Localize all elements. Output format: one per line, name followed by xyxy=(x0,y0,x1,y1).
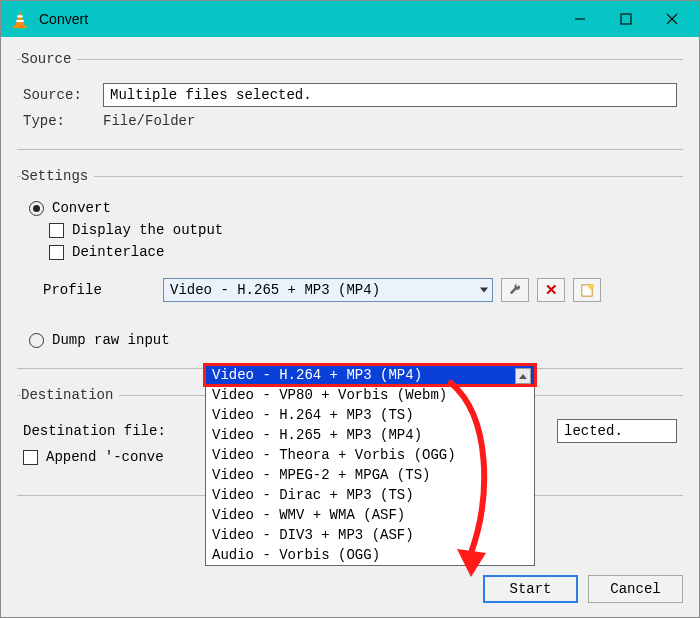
destination-file-input[interactable] xyxy=(557,419,677,443)
chevron-down-icon xyxy=(480,288,488,293)
source-input[interactable] xyxy=(103,83,677,107)
profile-selected-value: Video - H.265 + MP3 (MP4) xyxy=(170,282,380,298)
svg-rect-3 xyxy=(14,25,27,28)
dropdown-item[interactable]: Video - DIV3 + MP3 (ASF) xyxy=(206,525,534,545)
convert-radio-label: Convert xyxy=(52,200,111,216)
type-label: Type: xyxy=(23,113,103,129)
checkbox-unchecked-icon xyxy=(49,245,64,260)
settings-group: Settings Convert Display the output Dein… xyxy=(17,168,683,369)
cancel-button[interactable]: Cancel xyxy=(588,575,683,603)
profile-label: Profile xyxy=(43,282,163,298)
new-profile-button[interactable] xyxy=(573,278,601,302)
dropdown-item[interactable]: Video - MPEG-2 + MPGA (TS) xyxy=(206,465,534,485)
wrench-icon xyxy=(508,283,523,298)
edit-profile-button[interactable] xyxy=(501,278,529,302)
close-button[interactable] xyxy=(649,1,695,37)
delete-icon: ✕ xyxy=(545,281,558,299)
svg-rect-1 xyxy=(17,15,23,17)
source-group: Source Source: Type: File/Folder xyxy=(17,51,683,150)
dropdown-item-selected[interactable]: Video - H.264 + MP3 (MP4) xyxy=(206,365,534,385)
dropdown-item[interactable]: Video - H.265 + MP3 (MP4) xyxy=(206,425,534,445)
dump-raw-label: Dump raw input xyxy=(52,332,170,348)
dropdown-item[interactable]: Video - Theora + Vorbis (OGG) xyxy=(206,445,534,465)
convert-dialog: Convert Source Source: Type: File/Folder… xyxy=(0,0,700,618)
profile-combobox[interactable]: Video - H.265 + MP3 (MP4) xyxy=(163,278,493,302)
radio-checked-icon xyxy=(29,201,44,216)
dropdown-item[interactable]: Video - VP80 + Vorbis (Webm) xyxy=(206,385,534,405)
deinterlace-checkbox[interactable]: Deinterlace xyxy=(49,244,677,260)
dialog-footer: Start Cancel xyxy=(483,575,683,603)
new-profile-icon xyxy=(580,283,595,298)
svg-marker-0 xyxy=(15,11,24,27)
display-output-checkbox[interactable]: Display the output xyxy=(49,222,677,238)
source-legend: Source xyxy=(21,51,77,67)
maximize-button[interactable] xyxy=(603,1,649,37)
svg-rect-2 xyxy=(16,20,23,22)
svg-point-9 xyxy=(588,283,594,289)
dropdown-item[interactable]: Audio - Vorbis (OGG) xyxy=(206,545,534,565)
dropdown-item[interactable]: Video - Dirac + MP3 (TS) xyxy=(206,485,534,505)
checkbox-unchecked-icon xyxy=(23,450,38,465)
radio-unchecked-icon xyxy=(29,333,44,348)
checkbox-unchecked-icon xyxy=(49,223,64,238)
minimize-button[interactable] xyxy=(557,1,603,37)
delete-profile-button[interactable]: ✕ xyxy=(537,278,565,302)
scroll-up-button[interactable] xyxy=(515,368,531,384)
profile-dropdown-list[interactable]: Video - H.264 + MP3 (MP4) Video - VP80 +… xyxy=(205,364,535,566)
destination-file-label: Destination file: xyxy=(23,423,183,439)
dropdown-item[interactable]: Video - WMV + WMA (ASF) xyxy=(206,505,534,525)
window-title: Convert xyxy=(39,11,557,27)
dump-raw-radio[interactable]: Dump raw input xyxy=(29,332,677,348)
svg-rect-5 xyxy=(621,14,631,24)
destination-legend: Destination xyxy=(21,387,119,403)
append-converted-label: Append '-conve xyxy=(46,449,164,465)
type-value: File/Folder xyxy=(103,113,195,129)
vlc-cone-icon xyxy=(9,8,31,30)
settings-legend: Settings xyxy=(21,168,94,184)
display-output-label: Display the output xyxy=(72,222,223,238)
source-label: Source: xyxy=(23,87,103,103)
convert-radio[interactable]: Convert xyxy=(29,200,677,216)
dropdown-item[interactable]: Video - H.264 + MP3 (TS) xyxy=(206,405,534,425)
start-button[interactable]: Start xyxy=(483,575,578,603)
deinterlace-label: Deinterlace xyxy=(72,244,164,260)
titlebar: Convert xyxy=(1,1,699,37)
